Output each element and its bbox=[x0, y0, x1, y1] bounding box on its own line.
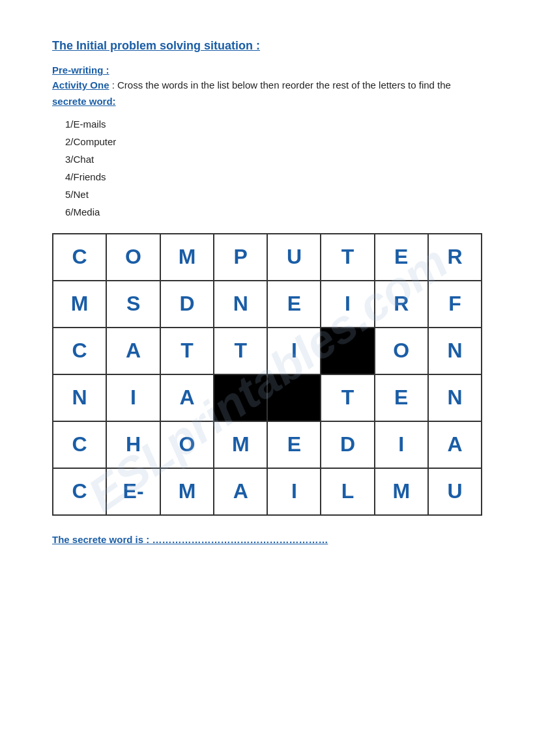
list-item: 1/E-mails bbox=[65, 119, 483, 130]
grid-cell: U bbox=[267, 234, 321, 281]
footer-line: The secrete word is : ……………………………………………… bbox=[52, 534, 483, 545]
grid-cell: O bbox=[160, 421, 214, 468]
word-list: 1/E-mails 2/Computer 3/Chat 4/Friends 5/… bbox=[65, 119, 483, 217]
list-item: 5/Net bbox=[65, 189, 483, 200]
grid-cell: I bbox=[321, 281, 374, 328]
grid-cell: M bbox=[53, 281, 106, 328]
grid-cell: M bbox=[214, 421, 267, 468]
activity-line: Activity One : Cross the words in the li… bbox=[52, 78, 483, 93]
grid-cell: U bbox=[428, 468, 482, 515]
grid-cell: C bbox=[53, 234, 106, 281]
grid-cell: M bbox=[375, 468, 428, 515]
grid-cell: E bbox=[267, 421, 321, 468]
activity-one-label: Activity One bbox=[52, 79, 109, 91]
grid-cell: A bbox=[428, 421, 482, 468]
grid-cell: R bbox=[428, 234, 482, 281]
grid-cell: T bbox=[214, 328, 267, 374]
grid-cell: T bbox=[321, 234, 374, 281]
list-item: 2/Computer bbox=[65, 136, 483, 147]
grid-cell: F bbox=[428, 281, 482, 328]
grid-cell: N bbox=[428, 328, 482, 374]
grid-cell: T bbox=[160, 328, 214, 374]
activity-description: : Cross the words in the list below then… bbox=[109, 79, 451, 91]
secrete-word-hint: secrete word: bbox=[52, 96, 483, 107]
grid-cell: E bbox=[267, 281, 321, 328]
grid-cell: I bbox=[375, 421, 428, 468]
grid-cell: H bbox=[106, 421, 160, 468]
grid-cell: R bbox=[375, 281, 428, 328]
grid-cell: M bbox=[160, 468, 214, 515]
grid-cell bbox=[321, 328, 374, 374]
pre-writing-label: Pre-writing : bbox=[52, 64, 483, 76]
list-item: 3/Chat bbox=[65, 154, 483, 165]
grid-cell: A bbox=[160, 374, 214, 421]
grid-cell: O bbox=[375, 328, 428, 374]
main-heading: The Initial problem solving situation : bbox=[52, 39, 483, 53]
grid-cell: I bbox=[106, 374, 160, 421]
grid-cell: I bbox=[267, 468, 321, 515]
grid-cell: A bbox=[214, 468, 267, 515]
grid-cell: E bbox=[375, 234, 428, 281]
grid-cell: E- bbox=[106, 468, 160, 515]
grid-cell: D bbox=[160, 281, 214, 328]
grid-cell: I bbox=[267, 328, 321, 374]
grid-cell: A bbox=[106, 328, 160, 374]
grid-cell: T bbox=[321, 374, 374, 421]
grid-cell: L bbox=[321, 468, 374, 515]
grid-cell: E bbox=[375, 374, 428, 421]
list-item: 6/Media bbox=[65, 206, 483, 217]
grid-cell: C bbox=[53, 421, 106, 468]
grid-cell: C bbox=[53, 328, 106, 374]
grid-cell: S bbox=[106, 281, 160, 328]
grid-cell: M bbox=[160, 234, 214, 281]
grid-cell: N bbox=[53, 374, 106, 421]
grid-cell: N bbox=[428, 374, 482, 421]
word-grid: COMPUTERMSDNEIRFCATTIONNIATENCHOMEDIACE-… bbox=[52, 233, 482, 516]
grid-cell: D bbox=[321, 421, 374, 468]
grid-cell: C bbox=[53, 468, 106, 515]
grid-cell: P bbox=[214, 234, 267, 281]
grid-cell bbox=[267, 374, 321, 421]
list-item: 4/Friends bbox=[65, 171, 483, 182]
grid-cell: N bbox=[214, 281, 267, 328]
grid-cell bbox=[214, 374, 267, 421]
grid-cell: O bbox=[106, 234, 160, 281]
